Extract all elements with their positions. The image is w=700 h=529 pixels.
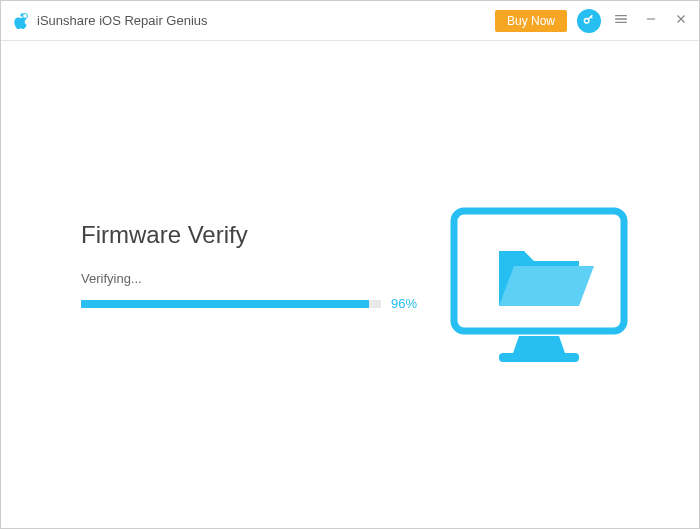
register-key-button[interactable] xyxy=(577,9,601,33)
close-icon xyxy=(674,12,688,30)
progress-percent-label: 96% xyxy=(391,296,417,311)
titlebar-right: Buy Now xyxy=(495,9,691,33)
minimize-icon xyxy=(644,12,658,30)
illustration-section xyxy=(439,201,639,375)
key-icon xyxy=(582,12,596,30)
buy-now-button[interactable]: Buy Now xyxy=(495,10,567,32)
progress-wrap: 96% xyxy=(81,296,439,311)
app-title: iSunshare iOS Repair Genius xyxy=(37,13,208,28)
progress-bar xyxy=(81,300,381,308)
monitor-folder-icon xyxy=(444,201,634,375)
titlebar: iSunshare iOS Repair Genius Buy Now xyxy=(1,1,699,41)
page-title: Firmware Verify xyxy=(81,221,439,249)
hamburger-icon xyxy=(613,11,629,31)
progress-section: Firmware Verify Verifying... 96% xyxy=(81,201,439,311)
close-button[interactable] xyxy=(671,11,691,31)
status-text: Verifying... xyxy=(81,271,439,286)
minimize-button[interactable] xyxy=(641,11,661,31)
svg-rect-10 xyxy=(499,353,579,362)
menu-button[interactable] xyxy=(611,11,631,31)
apple-tool-icon xyxy=(9,10,31,32)
content-area: Firmware Verify Verifying... 96% xyxy=(1,41,699,375)
progress-fill xyxy=(81,300,369,308)
logo-wrap: iSunshare iOS Repair Genius xyxy=(9,10,208,32)
